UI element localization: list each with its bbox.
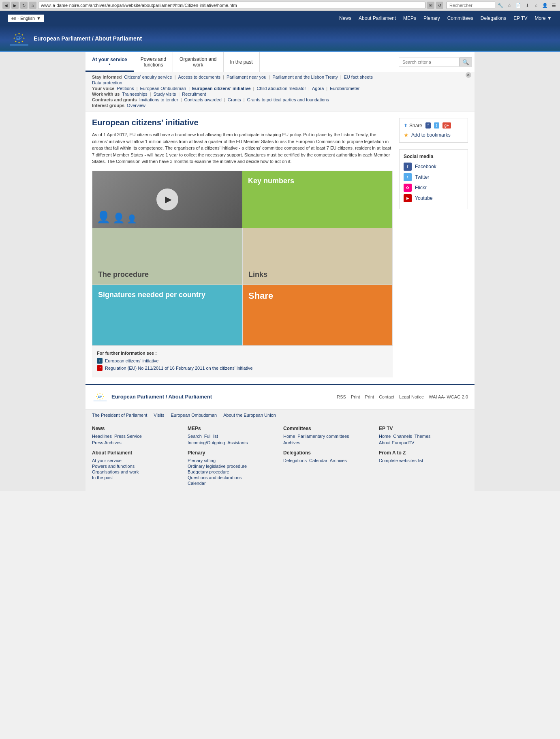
- language-selector[interactable]: en - English ▼: [8, 15, 44, 22]
- footer-meps-incoming[interactable]: Incoming/Outgoing: [188, 440, 225, 445]
- further-info-link-0[interactable]: i European citizens' initiative: [97, 358, 388, 364]
- search-button[interactable]: 🔍: [460, 57, 472, 67]
- breadcrumb-study-visits[interactable]: Study visits: [154, 92, 176, 96]
- nav-news[interactable]: News: [339, 15, 351, 21]
- footer-atoz-websites[interactable]: Complete websites list: [379, 458, 468, 463]
- key-numbers-tile[interactable]: Key numbers: [242, 171, 392, 228]
- video-tile[interactable]: 👤 👤 👤 ▶: [92, 171, 242, 228]
- breadcrumb-agora[interactable]: Agora: [312, 86, 324, 91]
- breadcrumb-eu-fact[interactable]: EU fact sheets: [344, 75, 373, 79]
- nav-more[interactable]: More ▼: [534, 15, 552, 21]
- breadcrumb-grants[interactable]: Grants: [228, 97, 241, 102]
- breadcrumb-grants-political[interactable]: Grants to political parties and foundati…: [247, 97, 329, 102]
- footer-eptv-home[interactable]: Home: [379, 434, 391, 439]
- footer-plenary-calendar[interactable]: Calendar: [188, 481, 277, 486]
- sec-nav-at-your-service[interactable]: At your service ▲: [85, 52, 134, 72]
- facebook-share-button[interactable]: f: [425, 122, 431, 129]
- download-icon[interactable]: ⬇: [524, 2, 531, 9]
- footer-committees-home[interactable]: Home: [283, 434, 295, 439]
- footer-about-at-service[interactable]: At your service: [92, 458, 181, 463]
- menu-icon[interactable]: ☰: [550, 2, 558, 9]
- footer-press-archives[interactable]: Press Archives: [92, 440, 181, 445]
- footer-print-1[interactable]: Print: [351, 394, 360, 399]
- breadcrumb-invitations[interactable]: Invitations to tender: [139, 97, 178, 102]
- nav-committees[interactable]: Committees: [447, 15, 473, 21]
- footer-eptv-channels[interactable]: Channels: [393, 434, 412, 439]
- breadcrumb-petitions[interactable]: Petitions: [117, 86, 134, 91]
- footer-rss[interactable]: RSS: [337, 394, 346, 399]
- breadcrumb-data-protection[interactable]: Data protection: [92, 80, 122, 85]
- sec-nav-organisation[interactable]: Organisation and work: [173, 52, 223, 72]
- footer-legal[interactable]: Legal Notice: [399, 394, 424, 399]
- refresh-button[interactable]: ↻: [20, 2, 28, 9]
- share-tile[interactable]: Share: [242, 285, 392, 345]
- forward-button[interactable]: ▶: [11, 2, 19, 9]
- footer-parl-committees[interactable]: Parliamentary committees: [297, 434, 349, 439]
- footer-plenary-budget[interactable]: Budgetary procedure: [188, 469, 277, 474]
- breadcrumb-child-abduction[interactable]: Child abduction mediator: [256, 86, 306, 91]
- breadcrumb-traineeships[interactable]: Traineeships: [122, 92, 147, 96]
- social-facebook[interactable]: f Facebook: [404, 163, 464, 171]
- sec-nav-powers[interactable]: Powers and functions: [134, 52, 173, 72]
- bookmark-icon[interactable]: 📄: [515, 2, 522, 9]
- footer-president[interactable]: The President of Parliament: [92, 413, 147, 418]
- breadcrumb-ombudsman[interactable]: European Ombudsman: [140, 86, 186, 91]
- footer-eptv-about[interactable]: About EuroparlTV: [379, 440, 468, 445]
- footer-wcag[interactable]: WAI AA- WCAG 2.0: [429, 394, 468, 399]
- footer-visits[interactable]: Visits: [154, 413, 164, 418]
- footer-meps-assistants[interactable]: Assistants: [227, 440, 248, 445]
- footer-press-service[interactable]: Press Service: [114, 434, 142, 439]
- footer-eptv-themes[interactable]: Themes: [415, 434, 431, 439]
- footer-meps-search[interactable]: Search: [188, 434, 202, 439]
- star-icon[interactable]: ☆: [506, 2, 513, 9]
- footer-delegations-home[interactable]: Delegations: [283, 458, 307, 463]
- nav-eptv[interactable]: EP TV: [513, 15, 527, 21]
- footer-plenary-ordinary[interactable]: Ordinary legislative procedure: [188, 464, 277, 469]
- refresh-icon[interactable]: ↺: [436, 2, 443, 9]
- home-icon[interactable]: ⌂: [532, 2, 540, 9]
- footer-about-eu[interactable]: About the European Union: [223, 413, 276, 418]
- social-flickr[interactable]: ✿ Flickr: [404, 184, 464, 192]
- footer-plenary-questions[interactable]: Questions and declarations: [188, 475, 277, 480]
- address-bar[interactable]: [38, 2, 425, 9]
- user-icon[interactable]: 👤: [541, 2, 549, 9]
- nav-plenary[interactable]: Plenary: [423, 15, 440, 21]
- home-button[interactable]: ⌂: [29, 2, 36, 9]
- footer-delegations-archives[interactable]: Archives: [330, 458, 347, 463]
- footer-headlines[interactable]: Headlines: [92, 434, 112, 439]
- twitter-share-button[interactable]: t: [434, 122, 439, 129]
- footer-about-powers[interactable]: Powers and functions: [92, 464, 181, 469]
- breadcrumb-overview[interactable]: Overview: [127, 103, 145, 108]
- nav-meps[interactable]: MEPs: [403, 15, 416, 21]
- play-button[interactable]: ▶: [156, 188, 178, 210]
- links-tile[interactable]: Links: [242, 228, 392, 285]
- breadcrumb-recruitment[interactable]: Recruitment: [182, 92, 206, 96]
- wrench-icon[interactable]: 🔧: [497, 2, 504, 9]
- procedure-tile[interactable]: The procedure: [92, 228, 242, 285]
- footer-contact[interactable]: Contact: [379, 394, 394, 399]
- bookmark-row[interactable]: ★ Add to bookmarks: [404, 132, 464, 138]
- social-twitter[interactable]: t Twitter: [404, 173, 464, 181]
- footer-about-orgs[interactable]: Organisations and work: [92, 469, 181, 474]
- breadcrumb-enquiry[interactable]: Citizens' enquiry service: [124, 75, 172, 79]
- footer-committees-archives[interactable]: Archives: [283, 440, 372, 445]
- nav-delegations[interactable]: Delegations: [481, 15, 506, 21]
- footer-delegations-calendar[interactable]: Calendar: [309, 458, 327, 463]
- footer-eu-ombudsman[interactable]: European Ombudsman: [171, 413, 217, 418]
- googleplus-share-button[interactable]: g+: [442, 122, 451, 129]
- breadcrumb-contracts-awarded[interactable]: Contracts awarded: [184, 97, 222, 102]
- sec-nav-in-the-past[interactable]: In the past: [224, 52, 260, 72]
- breadcrumb-parliament-near-you[interactable]: Parliament near you: [227, 75, 266, 79]
- breadcrumb-citizen-initiative[interactable]: European citizens' initiative: [192, 86, 250, 91]
- ep-logo[interactable]: EP European Parliament / About Parliamen…: [8, 30, 142, 47]
- further-info-link-1[interactable]: P Regulation (EU) No 211/2011 of 16 Febr…: [97, 365, 388, 371]
- footer-meps-full-list[interactable]: Full list: [204, 434, 218, 439]
- footer-print-2[interactable]: Print: [365, 394, 374, 399]
- nav-about[interactable]: About Parliament: [359, 15, 396, 21]
- signatures-tile[interactable]: Signatures needed per country: [92, 285, 242, 345]
- breadcrumb-eurobarometer[interactable]: Eurobarometer: [330, 86, 359, 91]
- search-field[interactable]: [399, 58, 460, 66]
- back-button[interactable]: ◀: [2, 2, 10, 9]
- close-breadcrumb-button[interactable]: ✕: [466, 72, 471, 78]
- social-youtube[interactable]: ▶ Youtube: [404, 194, 464, 202]
